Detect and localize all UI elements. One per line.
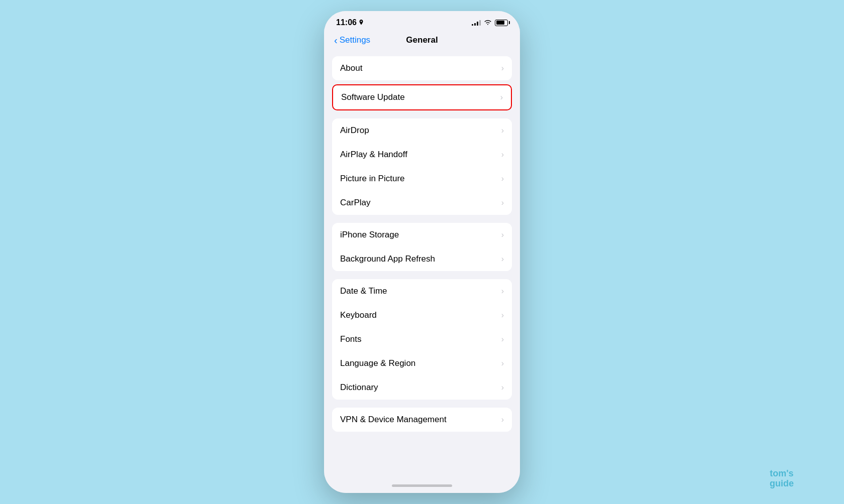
section-4: Date & Time › Keyboard › Fonts › Languag… — [332, 279, 512, 400]
phone-frame: 11:06 ‹ Settings — [324, 11, 520, 493]
picture-in-picture-label: Picture in Picture — [340, 174, 405, 184]
iphone-storage-label: iPhone Storage — [340, 230, 399, 240]
about-label: About — [340, 63, 362, 73]
section-1: About › — [332, 56, 512, 80]
wifi-icon — [484, 20, 492, 26]
language-region-label: Language & Region — [340, 358, 415, 368]
scroll-content[interactable]: About › Software Update › AirDrop › AirP… — [324, 51, 520, 480]
background-app-refresh-label: Background App Refresh — [340, 254, 435, 264]
section-3: iPhone Storage › Background App Refresh … — [332, 223, 512, 271]
back-label: Settings — [340, 35, 370, 45]
back-chevron-icon: ‹ — [334, 35, 338, 46]
fonts-item[interactable]: Fonts › — [332, 327, 512, 351]
carplay-item[interactable]: CarPlay › — [332, 191, 512, 215]
airdrop-item[interactable]: AirDrop › — [332, 118, 512, 143]
home-bar — [392, 484, 452, 487]
chevron-icon: › — [501, 335, 504, 344]
fonts-label: Fonts — [340, 334, 362, 344]
chevron-icon: › — [501, 198, 504, 207]
signal-bar-4 — [479, 20, 481, 26]
carplay-label: CarPlay — [340, 198, 370, 208]
dictionary-item[interactable]: Dictionary › — [332, 375, 512, 400]
signal-bar-1 — [472, 24, 473, 26]
home-indicator — [324, 480, 520, 493]
chevron-icon: › — [501, 255, 504, 264]
time-display: 11:06 — [336, 18, 357, 27]
background-app-refresh-item[interactable]: Background App Refresh › — [332, 247, 512, 271]
airdrop-label: AirDrop — [340, 125, 369, 136]
chevron-icon: › — [501, 311, 504, 320]
date-time-item[interactable]: Date & Time › — [332, 279, 512, 303]
signal-bar-3 — [477, 22, 478, 26]
keyboard-item[interactable]: Keyboard › — [332, 303, 512, 327]
back-button[interactable]: ‹ Settings — [334, 35, 370, 46]
about-item[interactable]: About › — [332, 56, 512, 80]
chevron-icon: › — [501, 174, 504, 183]
battery-fill — [496, 21, 505, 25]
status-bar: 11:06 — [324, 11, 520, 31]
page-title: General — [406, 35, 438, 45]
software-update-item[interactable]: Software Update › — [333, 85, 511, 109]
language-region-item[interactable]: Language & Region › — [332, 351, 512, 375]
vpn-device-management-item[interactable]: VPN & Device Management › — [332, 408, 512, 432]
keyboard-label: Keyboard — [340, 310, 377, 320]
airplay-handoff-label: AirPlay & Handoff — [340, 150, 407, 160]
watermark: tom's guide — [770, 469, 794, 489]
chevron-icon: › — [501, 383, 504, 392]
nav-bar: ‹ Settings General — [324, 31, 520, 51]
picture-in-picture-item[interactable]: Picture in Picture › — [332, 167, 512, 191]
chevron-icon: › — [501, 64, 504, 73]
software-update-section: Software Update › — [332, 84, 512, 110]
chevron-icon: › — [501, 415, 504, 424]
chevron-icon: › — [501, 359, 504, 368]
section-2: AirDrop › AirPlay & Handoff › Picture in… — [332, 118, 512, 215]
chevron-icon: › — [501, 150, 504, 159]
iphone-storage-item[interactable]: iPhone Storage › — [332, 223, 512, 247]
signal-bar-2 — [474, 23, 476, 26]
battery-icon — [495, 20, 508, 26]
signal-bars — [472, 20, 481, 26]
dictionary-label: Dictionary — [340, 383, 378, 393]
chevron-icon: › — [501, 230, 504, 239]
date-time-label: Date & Time — [340, 286, 387, 296]
status-time: 11:06 — [336, 18, 364, 27]
section-5: VPN & Device Management › — [332, 408, 512, 432]
software-update-label: Software Update — [341, 92, 405, 102]
location-icon — [359, 20, 364, 26]
watermark-line2: guide — [770, 479, 794, 489]
chevron-icon: › — [501, 126, 504, 135]
status-icons — [472, 20, 508, 26]
chevron-icon: › — [501, 287, 504, 296]
chevron-icon: › — [500, 93, 503, 102]
vpn-device-management-label: VPN & Device Management — [340, 415, 447, 425]
watermark-line1: tom's — [770, 469, 794, 479]
airplay-handoff-item[interactable]: AirPlay & Handoff › — [332, 143, 512, 167]
